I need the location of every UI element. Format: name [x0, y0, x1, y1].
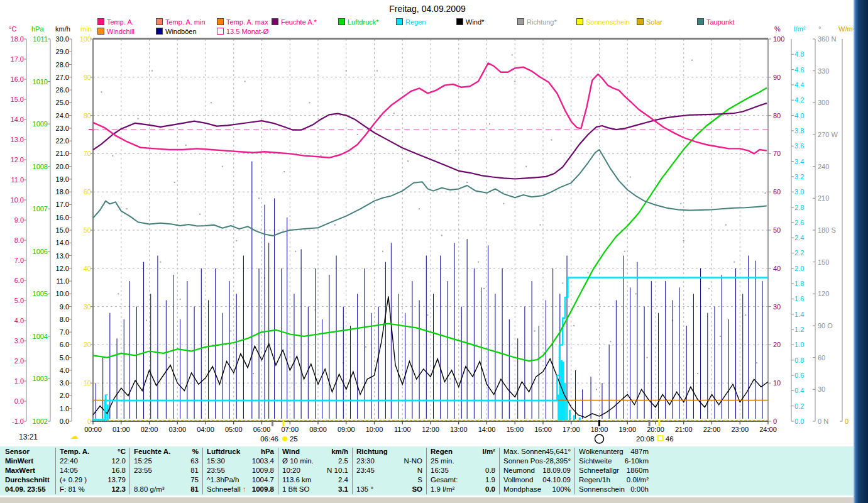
svg-text:3.8: 3.8	[794, 127, 804, 135]
svg-text:14.0: 14.0	[56, 239, 69, 246]
svg-text:330: 330	[818, 67, 829, 75]
svg-text:22.0: 22.0	[56, 137, 69, 145]
svg-text:21:00: 21:00	[675, 426, 693, 433]
svg-text:180 S: 180 S	[818, 226, 836, 234]
svg-text:1009: 1009	[33, 120, 48, 128]
svg-text:11:00: 11:00	[394, 426, 411, 433]
svg-text:2.0: 2.0	[60, 392, 69, 399]
svg-text:7.0: 7.0	[60, 328, 69, 336]
svg-text:7.0: 7.0	[14, 257, 24, 264]
svg-text:10.0: 10.0	[11, 196, 24, 204]
svg-text:20:00: 20:00	[647, 426, 664, 433]
svg-text:1.0: 1.0	[794, 341, 804, 348]
svg-text:40: 40	[84, 265, 91, 272]
svg-text:100: 100	[773, 35, 784, 43]
svg-text:90: 90	[773, 74, 781, 81]
svg-text:9.0: 9.0	[60, 303, 69, 311]
svg-text:04:00: 04:00	[197, 426, 214, 433]
svg-text:17.0: 17.0	[11, 55, 24, 63]
svg-text:1007: 1007	[33, 205, 48, 213]
feuchte-series	[93, 103, 767, 179]
sun-moon-markers	[282, 434, 663, 443]
weather-chart: -1.00.01.02.03.04.05.06.07.08.09.010.011…	[0, 0, 868, 503]
svg-text:20: 20	[773, 341, 781, 348]
svg-text:1.8: 1.8	[794, 280, 804, 287]
svg-text:80: 80	[84, 112, 91, 119]
moon-icon	[595, 434, 604, 443]
svg-text:30: 30	[818, 385, 825, 393]
table-cell: Richtung	[356, 448, 388, 455]
svg-text:13.0: 13.0	[11, 136, 24, 143]
svg-text:1011: 1011	[33, 35, 48, 43]
svg-text:1004: 1004	[33, 333, 48, 340]
svg-text:0.0: 0.0	[60, 417, 69, 425]
taupunkt-series	[93, 150, 767, 236]
table-cell: N-NO	[316, 457, 422, 465]
svg-text:21.0: 21.0	[56, 150, 69, 157]
table-cell: 487m	[542, 448, 649, 455]
svg-text:13.0: 13.0	[56, 252, 69, 260]
svg-text:90 O: 90 O	[818, 322, 833, 329]
status-bar	[0, 497, 854, 503]
svg-text:06:00: 06:00	[253, 426, 271, 433]
svg-text:0.0: 0.0	[794, 417, 804, 425]
svg-text:60: 60	[773, 188, 781, 196]
svg-text:3.0: 3.0	[14, 337, 24, 345]
svg-text:2.6: 2.6	[794, 219, 804, 226]
svg-text:1.6: 1.6	[794, 295, 804, 302]
svg-text:0: 0	[87, 417, 91, 425]
svg-text:11.0: 11.0	[56, 277, 69, 285]
svg-text:16.0: 16.0	[11, 75, 24, 83]
sensor-summary-table: SensorMinWertMaxWertDurchschnitt04.09. 2…	[0, 446, 854, 495]
svg-text:00:00: 00:00	[84, 426, 102, 433]
table-cell: km/h	[241, 448, 348, 455]
svg-text:29.0: 29.0	[56, 48, 69, 55]
svg-text:24.0: 24.0	[56, 112, 69, 119]
cloud-icon: ☁	[70, 431, 79, 441]
svg-text:14.0: 14.0	[11, 116, 24, 123]
svg-text:4.8: 4.8	[794, 50, 804, 58]
svg-text:60: 60	[84, 188, 91, 196]
svg-text:23:00: 23:00	[731, 426, 749, 433]
svg-text:16:00: 16:00	[534, 426, 552, 433]
svg-text:07:00: 07:00	[281, 426, 299, 433]
svg-text:12.0: 12.0	[11, 156, 24, 163]
svg-text:50: 50	[84, 226, 91, 234]
table-cell: 1860m	[542, 467, 649, 474]
svg-text:2.8: 2.8	[794, 204, 804, 211]
svg-text:10: 10	[773, 379, 781, 387]
svg-text:3.2: 3.2	[794, 173, 804, 180]
table-cell: 0.0l/m²	[542, 476, 649, 484]
svg-text:20: 20	[84, 341, 91, 348]
svg-text:26.0: 26.0	[56, 86, 69, 94]
svg-text:18.0: 18.0	[11, 35, 24, 43]
clock-time: 13:21	[19, 433, 38, 441]
svg-text:0.4: 0.4	[794, 387, 804, 394]
svg-text:70: 70	[84, 150, 91, 157]
svg-text:270 W: 270 W	[818, 131, 838, 138]
svg-text:2.0: 2.0	[14, 357, 24, 365]
svg-text:17.0: 17.0	[56, 201, 69, 208]
svg-text:4.0: 4.0	[14, 317, 24, 324]
svg-text:50: 50	[773, 226, 781, 234]
svg-text:06:46: 06:46	[260, 435, 278, 443]
svg-text:16.0: 16.0	[56, 214, 69, 221]
sunset-square-icon	[658, 436, 663, 441]
svg-text:46: 46	[666, 435, 674, 443]
svg-text:3.4: 3.4	[794, 158, 804, 165]
svg-text:1.0: 1.0	[14, 377, 24, 385]
svg-text:60: 60	[818, 354, 825, 362]
svg-text:70: 70	[773, 150, 781, 157]
svg-text:4.0: 4.0	[794, 112, 804, 119]
svg-text:30: 30	[84, 303, 91, 311]
svg-text:20.0: 20.0	[56, 163, 69, 170]
svg-text:1008: 1008	[33, 163, 48, 170]
svg-text:03:00: 03:00	[168, 426, 186, 433]
svg-text:1003: 1003	[33, 375, 48, 382]
svg-text:3.0: 3.0	[60, 379, 69, 387]
svg-text:10.0: 10.0	[56, 290, 69, 297]
svg-text:20:08: 20:08	[636, 435, 654, 443]
svg-text:2.0: 2.0	[794, 265, 804, 272]
svg-text:0.6: 0.6	[794, 372, 804, 379]
svg-text:18.0: 18.0	[56, 188, 69, 196]
